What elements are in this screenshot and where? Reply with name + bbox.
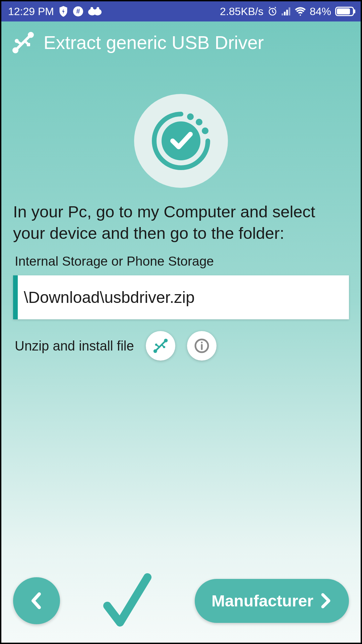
usb-action-button[interactable]: [146, 331, 175, 361]
status-speed: 2.85KB/s: [220, 5, 263, 18]
svg-point-18: [202, 127, 208, 134]
svg-point-4: [90, 7, 93, 10]
svg-rect-9: [286, 10, 288, 15]
svg-point-3: [94, 9, 102, 15]
info-button[interactable]: [187, 331, 217, 361]
svg-rect-22: [163, 346, 165, 348]
page-title: Extract generic USB Driver: [44, 32, 264, 53]
svg-point-17: [196, 119, 202, 125]
status-battery-percent: 84%: [310, 5, 331, 18]
svg-rect-10: [289, 7, 290, 15]
app-header: Extract generic USB Driver: [1, 21, 361, 64]
svg-point-16: [187, 113, 194, 120]
svg-point-13: [15, 39, 19, 43]
svg-rect-14: [27, 43, 30, 46]
next-button-label: Manufacturer: [212, 592, 313, 610]
signal-icon: [282, 7, 291, 15]
wifi-icon: [295, 7, 306, 16]
svg-point-15: [162, 121, 200, 160]
back-button[interactable]: [13, 577, 60, 624]
success-hero-icon: [134, 94, 228, 188]
manufacturer-button[interactable]: Manufacturer: [195, 579, 349, 623]
battery-icon: [335, 7, 354, 16]
status-bar: 12:29 PM #: [1, 1, 361, 21]
hash-circle-icon: #: [73, 6, 83, 17]
action-label: Unzip and install file: [15, 338, 134, 354]
storage-label: Internal Storage or Phone Storage: [1, 254, 361, 275]
checkmark-icon: [101, 571, 154, 631]
instruction-text: In your Pc, go to my Computer and select…: [1, 188, 361, 254]
usb-icon: [11, 31, 35, 54]
svg-point-21: [155, 344, 157, 346]
bolt-shield-icon: [59, 6, 68, 17]
svg-rect-7: [282, 13, 283, 15]
status-time: 12:29 PM: [8, 5, 54, 18]
alarm-icon: [267, 6, 278, 16]
file-path-box: \Download\usbdriver.zip: [13, 275, 349, 319]
svg-rect-8: [284, 12, 286, 15]
svg-point-24: [201, 342, 202, 343]
action-row: Unzip and install file: [1, 319, 361, 372]
svg-point-5: [97, 7, 99, 10]
game-controller-icon: [88, 7, 102, 16]
svg-text:#: #: [76, 7, 80, 15]
